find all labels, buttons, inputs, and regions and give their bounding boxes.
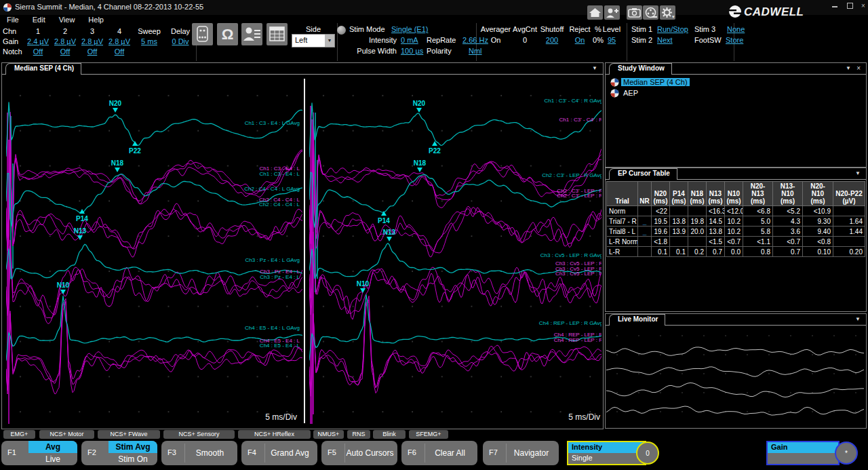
averager-value-2[interactable]: 200 xyxy=(538,36,566,44)
stim-led-indicator xyxy=(337,26,346,35)
worksheet-icon[interactable] xyxy=(267,23,288,45)
ep-table-row[interactable]: L-R0.10.10.20.70.00.80.70.100.20 xyxy=(607,247,865,257)
minimize-button[interactable] xyxy=(830,3,840,10)
fnkey-number: F4 xyxy=(248,448,256,456)
stim-intensity-value[interactable]: 0 mA xyxy=(401,36,428,44)
video-icon[interactable] xyxy=(643,5,658,20)
ep-col-header: N13-N10 (ms) xyxy=(773,182,803,206)
fnkey-label[interactable]: Auto Cursors xyxy=(344,444,395,463)
fnkey-f2[interactable]: F2Stim Avg Stim On xyxy=(81,441,157,465)
averager-header-level: Level xyxy=(601,25,623,33)
sweep-value[interactable]: 5 ms xyxy=(133,37,165,45)
fnkey-f5[interactable]: F5Auto Cursors xyxy=(321,441,397,465)
study-item-aep[interactable]: AEP xyxy=(609,87,865,98)
fnkey-label[interactable]: Grand Avg xyxy=(264,444,315,463)
fnkey-f6[interactable]: F6Clear All xyxy=(401,441,477,465)
timebase-label: 5 ms/Div xyxy=(568,412,600,422)
menu-file[interactable]: File xyxy=(0,15,26,24)
stim3-value[interactable]: None xyxy=(727,25,750,33)
side-select[interactable]: Left ▼ xyxy=(292,34,335,47)
test-tab-sfemg[interactable]: SFEMG+ xyxy=(409,430,448,439)
waveform-tab[interactable]: Median SEP (4 Ch) xyxy=(5,63,81,75)
footsw-label: FootSW xyxy=(694,36,724,44)
fnkey-f4[interactable]: F4Grand Avg xyxy=(241,441,317,465)
fnkey-f3[interactable]: F3Smooth xyxy=(161,441,237,465)
gain-value-ch4[interactable]: 2.8 µV xyxy=(106,37,133,45)
settings-icon[interactable]: ▾ xyxy=(660,5,675,20)
ep-table-row[interactable]: Trial7 - R_19.513.819.814.510.25.04.39.3… xyxy=(607,216,865,227)
averager-value-5[interactable]: 95 xyxy=(601,36,623,44)
home-icon[interactable] xyxy=(587,5,603,20)
fnkey-label[interactable]: Clear All xyxy=(425,444,475,463)
gain-value-ch2[interactable]: 2.8 µV xyxy=(52,37,79,45)
test-tab-ncsmotor[interactable]: NCS+ Motor xyxy=(39,430,94,439)
patient-info-icon[interactable] xyxy=(241,23,262,45)
fnkey-active-label[interactable]: Stim Avg xyxy=(108,441,157,453)
ep-cell xyxy=(670,206,688,216)
intensity-dial[interactable]: 0 xyxy=(636,442,659,465)
test-tab-nmus[interactable]: NMUS+ xyxy=(313,430,344,439)
fnkey-alt-label[interactable]: Stim On xyxy=(108,453,157,465)
fnkey-label[interactable]: Smooth xyxy=(184,444,235,463)
ep-table-row[interactable]: Trial8 - L_19.613.920.013.810.25.83.69.4… xyxy=(607,227,865,237)
ep-cursor-table-caret-icon[interactable]: ▼ xyxy=(855,170,861,176)
stim1-value[interactable]: Run/Stop xyxy=(657,25,692,33)
ep-cell xyxy=(688,206,707,216)
intensity-knob-mode: Single xyxy=(568,453,645,464)
live-monitor-caret-icon[interactable]: ▼ xyxy=(855,316,861,322)
ep-cursor-table-tab[interactable]: EP Cursor Table xyxy=(609,168,677,180)
study-window-close-icon[interactable]: × xyxy=(856,64,861,72)
ep-cell: <12.0 xyxy=(725,206,743,216)
study-window-tab[interactable]: Study Window xyxy=(609,63,672,75)
notch-value-ch1[interactable]: Off xyxy=(24,47,52,56)
footsw-value[interactable]: Store xyxy=(726,36,749,44)
polarity-value[interactable]: Nml xyxy=(469,47,492,55)
test-tab-rns[interactable]: RNS xyxy=(347,430,370,439)
stimulator-icon[interactable] xyxy=(192,23,213,45)
waveform-window-caret-icon[interactable]: ▼ xyxy=(592,65,597,71)
gain-dial[interactable]: * xyxy=(835,442,858,465)
camera-icon[interactable] xyxy=(627,5,642,20)
stim-mode-value[interactable]: Single (E1) xyxy=(391,25,439,33)
ep-table-row[interactable]: Norm<22<16.3<12.0<6.8<5.2<10.9 xyxy=(607,206,865,216)
ep-table-row[interactable]: L-R Norm<1.8<1.5<0.7<1.1<0.7<0.8 xyxy=(607,237,865,247)
study-window-panel: Study Window ▼ × Median SEP (4 Ch) AEP xyxy=(605,62,867,168)
menu-edit[interactable]: Edit xyxy=(26,15,52,24)
fnkey-label[interactable]: Navigator xyxy=(506,444,556,463)
study-item-label: Median SEP (4 Ch) xyxy=(621,78,690,86)
maximize-button[interactable] xyxy=(845,3,854,10)
averager-value-3[interactable]: On xyxy=(568,36,592,44)
impedance-icon[interactable]: Ω xyxy=(217,23,238,45)
notch-value-ch4[interactable]: Off xyxy=(106,47,133,56)
channel-label: Ch2 : C4 - C4 : L GAvg xyxy=(244,186,300,192)
stim2-value[interactable]: Next xyxy=(657,36,680,44)
test-tab-ncshreflex[interactable]: NCS+ HReflex xyxy=(238,430,311,439)
add-patient-icon[interactable] xyxy=(604,5,620,20)
test-tab-emg[interactable]: EMG+ xyxy=(3,430,35,439)
study-window-caret-icon[interactable]: ▼ xyxy=(846,65,851,71)
fnkey-f1[interactable]: F1Avg Live xyxy=(1,441,77,465)
delay-value[interactable]: 0 Div xyxy=(165,37,195,45)
ep-cell: <22 xyxy=(652,206,670,216)
side-dropdown-arrow-icon[interactable]: ▼ xyxy=(325,35,334,47)
ep-cell: <0.7 xyxy=(773,237,803,247)
fnkey-f7[interactable]: F7Navigator xyxy=(483,441,559,465)
gain-value-ch1[interactable]: 2.4 µV xyxy=(24,37,52,45)
fnkey-active-label[interactable]: Avg xyxy=(28,441,77,453)
ep-col-header: N10 (ms) xyxy=(725,182,743,206)
notch-value-ch3[interactable]: Off xyxy=(79,47,106,56)
waveform-plot[interactable]: Ch1 : C3 - E4 : L GAvgCh1 : C3 - E4 : LC… xyxy=(2,75,601,427)
close-button[interactable]: × xyxy=(859,3,868,10)
menu-view[interactable]: View xyxy=(52,15,82,24)
test-tab-ncsfwave[interactable]: NCS+ FWave xyxy=(98,430,160,439)
ep-cell: 0.2 xyxy=(688,247,707,257)
menu-help[interactable]: Help xyxy=(81,15,111,24)
notch-value-ch2[interactable]: Off xyxy=(52,47,79,56)
live-monitor-tab[interactable]: Live Monitor xyxy=(609,314,665,326)
study-item-median-sep-4-ch-[interactable]: Median SEP (4 Ch) xyxy=(609,77,865,87)
test-tab-ncssensory[interactable]: NCS+ Sensory xyxy=(163,430,235,439)
gain-value-ch3[interactable]: 2.8 µV xyxy=(79,37,106,45)
test-tab-blink[interactable]: Blink xyxy=(373,430,406,439)
svg-text:CADWELL: CADWELL xyxy=(744,5,804,18)
fnkey-alt-label[interactable]: Live xyxy=(28,453,77,465)
